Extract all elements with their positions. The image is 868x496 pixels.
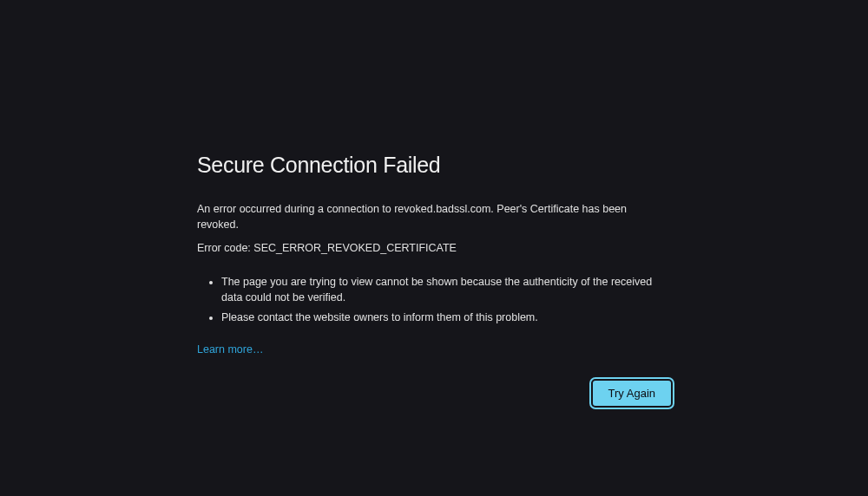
error-code: Error code: SEC_ERROR_REVOKED_CERTIFICAT… (197, 241, 671, 257)
error-message: An error occurred during a connection to… (197, 202, 671, 232)
list-item: Please contact the website owners to inf… (221, 310, 671, 326)
list-item: The page you are trying to view cannot b… (221, 274, 671, 307)
try-again-button[interactable]: Try Again (593, 381, 671, 406)
error-page-container: Secure Connection Failed An error occurr… (197, 153, 671, 406)
error-details-list: The page you are trying to view cannot b… (221, 274, 671, 326)
page-title: Secure Connection Failed (197, 153, 671, 178)
learn-more-link[interactable]: Learn more… (197, 343, 263, 356)
button-row: Try Again (197, 381, 671, 406)
